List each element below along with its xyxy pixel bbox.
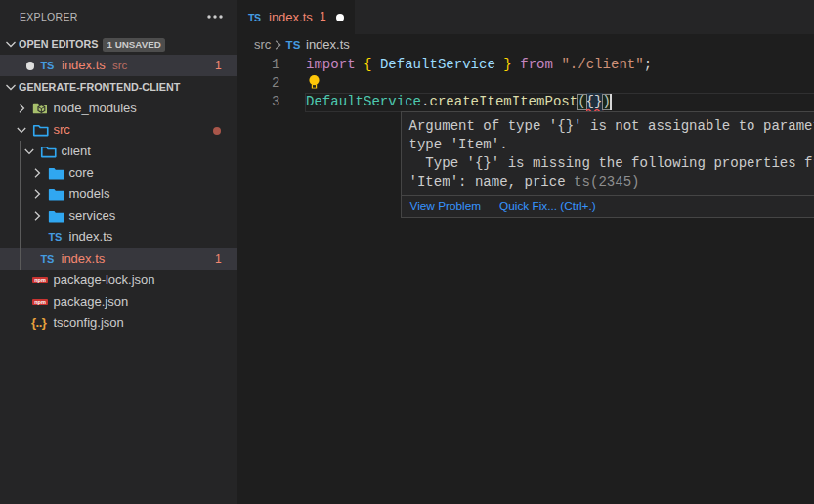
svg-text:npm: npm	[34, 299, 46, 305]
svg-text:npm: npm	[34, 277, 46, 283]
